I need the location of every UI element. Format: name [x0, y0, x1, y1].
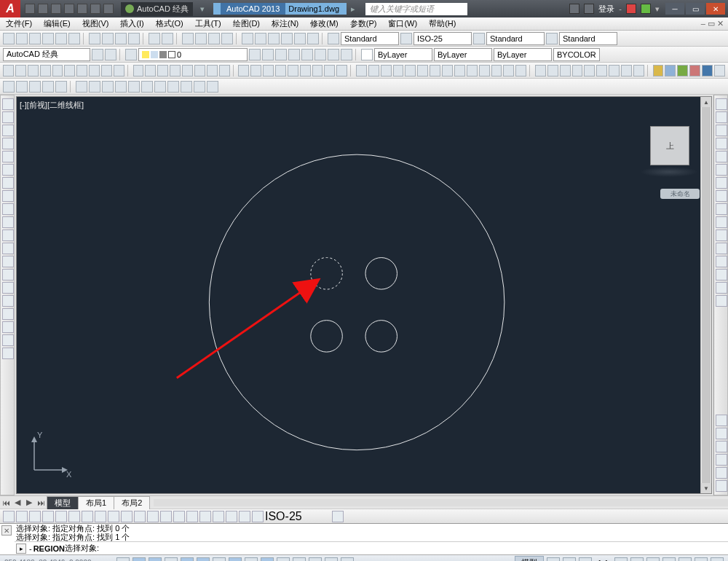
ucs-prev-icon[interactable]: [89, 81, 100, 93]
light-icon[interactable]: [689, 65, 700, 76]
layer-prev-icon[interactable]: [249, 49, 261, 60]
workspace-dropdown-icon[interactable]: ▾: [196, 4, 209, 14]
ellipse-icon[interactable]: [101, 65, 112, 76]
dim-jogline-icon[interactable]: [213, 511, 224, 522]
dim-angular2-icon[interactable]: [95, 511, 106, 522]
tool-ellipse-arc-icon[interactable]: [2, 230, 14, 241]
save-icon[interactable]: [29, 33, 41, 44]
tool-pline-icon[interactable]: [2, 125, 14, 136]
tool-block-icon[interactable]: [2, 256, 14, 267]
sb-hardware-icon[interactable]: [678, 557, 692, 562]
distance-icon[interactable]: [3, 81, 15, 93]
zoom-window-icon[interactable]: [208, 33, 220, 44]
tab-prev-icon[interactable]: ◀: [12, 498, 23, 507]
constraint-coincident-icon[interactable]: [356, 65, 367, 76]
union-icon[interactable]: [312, 65, 323, 76]
dim-edit-icon[interactable]: [226, 511, 237, 522]
minimize-button[interactable]: ─: [665, 3, 684, 15]
designcenter-icon[interactable]: [255, 33, 266, 44]
view-unnamed-badge[interactable]: 未命名: [660, 189, 700, 199]
dim-radius-icon[interactable]: [572, 65, 583, 76]
copy-icon[interactable]: [102, 33, 114, 44]
tool-point-icon[interactable]: [2, 269, 14, 280]
linetype-combo[interactable]: ByLayer: [434, 48, 492, 61]
constraint-tangent-icon[interactable]: [393, 65, 404, 76]
intersect-icon[interactable]: [336, 65, 347, 76]
constraint-colinear-icon[interactable]: [430, 65, 440, 76]
tool-spline-icon[interactable]: [2, 203, 14, 215]
viewcube-compass[interactable]: [640, 167, 698, 177]
point-icon[interactable]: [157, 65, 168, 76]
tool-break-icon[interactable]: [716, 243, 727, 254]
circle-icon[interactable]: [64, 65, 75, 76]
drawing-viewport[interactable]: [-][前视][二维线框] 上 未命名: [16, 96, 712, 494]
menu-edit[interactable]: 编辑(E): [38, 18, 76, 29]
tablestyle-icon[interactable]: [473, 33, 485, 44]
help-icon[interactable]: [641, 4, 651, 14]
menu-window[interactable]: 窗口(W): [382, 18, 423, 29]
dim-ordinate2-icon[interactable]: [42, 511, 54, 522]
mtext-icon[interactable]: [219, 65, 230, 76]
sb-lwt-icon[interactable]: [277, 557, 290, 562]
subtract-icon[interactable]: [324, 65, 335, 76]
workspace-gear-icon[interactable]: [105, 49, 116, 60]
visualstyle-icon[interactable]: [665, 65, 676, 76]
ucs-view-icon[interactable]: [128, 81, 140, 93]
sweep-icon[interactable]: [275, 65, 286, 76]
menu-view[interactable]: 视图(V): [76, 18, 115, 29]
menu-parametric[interactable]: 参数(P): [344, 18, 383, 29]
scrollbar-horizontal[interactable]: [154, 499, 728, 506]
dim-arc-icon[interactable]: [29, 511, 41, 522]
tool-trim-icon[interactable]: [716, 216, 727, 228]
sb-qp-icon[interactable]: [309, 557, 322, 562]
tool-explode-icon[interactable]: [716, 295, 727, 307]
help-search-input[interactable]: 键入关键字或短语: [365, 3, 467, 15]
tool-quickselect-icon[interactable]: [716, 467, 727, 479]
layer-off-icon[interactable]: [314, 49, 326, 60]
sb-lock-ui-icon[interactable]: [662, 557, 676, 562]
dim-center-icon[interactable]: [186, 511, 198, 522]
tool-region-icon[interactable]: [2, 308, 14, 320]
sb-3dosnap-icon[interactable]: [213, 557, 226, 562]
zoom-icon[interactable]: [195, 33, 207, 44]
polygon-icon[interactable]: [28, 65, 39, 76]
tool-extend-icon[interactable]: [716, 230, 727, 241]
layer-uniso-icon[interactable]: [288, 49, 300, 60]
constraint-fix-icon[interactable]: [491, 65, 502, 76]
ucs-apply-icon[interactable]: [207, 81, 218, 93]
tool-arc-icon[interactable]: [2, 164, 14, 176]
dim-angular-icon[interactable]: [560, 65, 571, 76]
matchprop-icon[interactable]: [128, 33, 140, 44]
tool-revcloud-icon[interactable]: [2, 190, 14, 202]
gradient-icon[interactable]: [182, 65, 193, 76]
mleader-style-combo[interactable]: Standard: [559, 32, 617, 45]
workspace-combo[interactable]: AutoCAD 经典: [3, 48, 90, 61]
scroll-up-icon[interactable]: ▲: [701, 97, 711, 107]
tool-polygon-icon[interactable]: [2, 138, 14, 149]
close-button[interactable]: ✕: [706, 3, 725, 15]
ucs-face-icon[interactable]: [102, 81, 114, 93]
tool-join-icon[interactable]: [716, 256, 727, 267]
app-logo-icon[interactable]: A: [0, 0, 20, 17]
make-block-icon[interactable]: [145, 65, 156, 76]
dim-diameter-icon[interactable]: [584, 65, 595, 76]
layer-combo[interactable]: 0: [138, 48, 248, 61]
pline-icon[interactable]: [15, 65, 26, 76]
pan-icon[interactable]: [182, 33, 194, 44]
tool-ellipse-icon[interactable]: [2, 216, 14, 228]
infocenter-icon[interactable]: [569, 4, 579, 14]
dim-quick-icon[interactable]: [108, 511, 119, 522]
tool-addselected-icon[interactable]: [2, 348, 14, 359]
tool-line-icon[interactable]: [2, 98, 14, 110]
cut-icon[interactable]: [89, 33, 100, 44]
tool-stretch-icon[interactable]: [716, 203, 727, 215]
qat-redo-icon[interactable]: [103, 4, 114, 14]
dim-tolerance-icon[interactable]: [173, 511, 185, 522]
paste-icon[interactable]: [115, 33, 127, 44]
sb-dyn-icon[interactable]: [261, 557, 274, 562]
dim-inspect-icon[interactable]: [199, 511, 211, 522]
line-icon[interactable]: [3, 65, 14, 76]
dim-ordinate-icon[interactable]: [596, 65, 607, 76]
sb-ducs-icon[interactable]: [245, 557, 258, 562]
text-style-combo[interactable]: Standard: [341, 32, 399, 45]
